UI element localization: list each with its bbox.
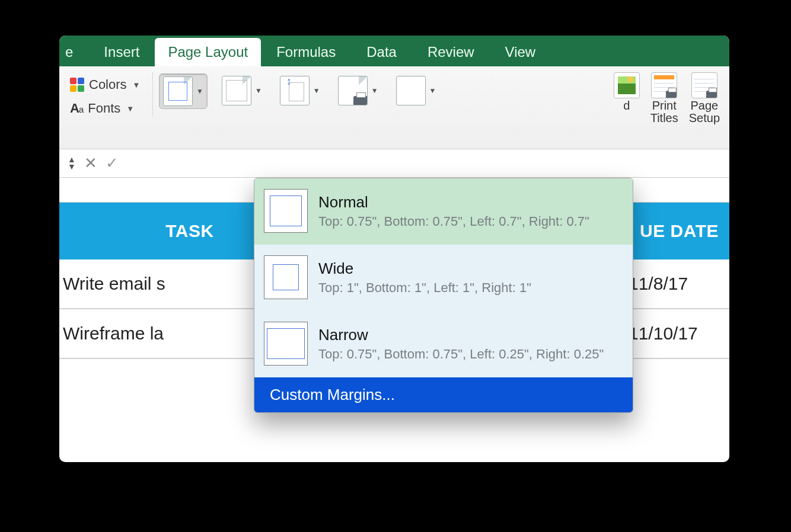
- colors-dropdown[interactable]: Colors ▼: [70, 77, 146, 92]
- ribbon-right-group: d Print Titles Page Setup: [614, 72, 720, 124]
- caret-down-icon: ▼: [68, 164, 76, 170]
- margins-normal-desc: Top: 0.75", Bottom: 0.75", Left: 0.7", R…: [318, 214, 589, 229]
- excel-window: e Insert Page Layout Formulas Data Revie…: [59, 36, 729, 462]
- margins-option-narrow[interactable]: Narrow Top: 0.75", Bottom: 0.75", Left: …: [254, 311, 633, 377]
- orientation-icon: [222, 76, 251, 105]
- margins-narrow-title: Narrow: [318, 326, 604, 344]
- margins-narrow-desc: Top: 0.75", Bottom: 0.75", Left: 0.25", …: [318, 347, 604, 362]
- colors-icon: [70, 78, 84, 92]
- print-area-icon: [338, 76, 368, 105]
- chevron-down-icon: ▼: [313, 86, 320, 95]
- fonts-label: Fonts: [88, 101, 120, 116]
- page-setup-label: Page Setup: [689, 100, 720, 124]
- margins-normal-title: Normal: [318, 193, 589, 211]
- enter-formula-icon[interactable]: ✓: [106, 154, 119, 172]
- page-setup-icon: [691, 72, 717, 98]
- background-button[interactable]: d: [614, 72, 640, 124]
- background-label-cut: d: [623, 100, 630, 112]
- print-titles-label: Print Titles: [650, 100, 678, 124]
- tab-home-partial[interactable]: e: [59, 38, 88, 66]
- chevron-down-icon: ▼: [126, 104, 134, 113]
- margins-wide-title: Wide: [318, 259, 531, 278]
- margins-narrow-icon: [264, 322, 308, 366]
- print-titles-icon: [651, 72, 677, 98]
- fonts-dropdown[interactable]: Aa Fonts ▼: [70, 101, 146, 116]
- tab-formulas[interactable]: Formulas: [261, 38, 351, 66]
- tab-page-layout[interactable]: Page Layout: [155, 38, 261, 66]
- margins-icon: [163, 76, 193, 106]
- margins-button[interactable]: ▼: [159, 73, 208, 109]
- page-setup-button[interactable]: Page Setup: [689, 72, 720, 124]
- print-area-button[interactable]: ▼: [334, 73, 382, 109]
- ribbon-tabs: e Insert Page Layout Formulas Data Revie…: [59, 36, 729, 66]
- margins-option-wide[interactable]: Wide Top: 1", Bottom: 1", Left: 1", Righ…: [254, 245, 633, 311]
- cancel-formula-icon[interactable]: ✕: [84, 154, 97, 172]
- themes-group: Colors ▼ Aa Fonts ▼: [70, 72, 153, 116]
- tab-insert[interactable]: Insert: [88, 38, 155, 66]
- breaks-button[interactable]: ▼: [393, 73, 440, 109]
- formula-bar: ▲ ▼ ✕ ✓: [59, 149, 729, 178]
- margins-option-normal[interactable]: Normal Top: 0.75", Bottom: 0.75", Left: …: [254, 178, 633, 245]
- picture-icon: [614, 72, 640, 98]
- margins-wide-icon: [264, 255, 308, 299]
- margins-dropdown-menu: Normal Top: 0.75", Bottom: 0.75", Left: …: [254, 178, 633, 413]
- margins-option-custom[interactable]: Custom Margins...: [254, 377, 633, 412]
- print-titles-button[interactable]: Print Titles: [650, 72, 678, 124]
- chevron-down-icon: ▼: [429, 86, 436, 95]
- tab-review[interactable]: Review: [412, 38, 490, 66]
- chevron-down-icon: ▼: [133, 81, 141, 89]
- orientation-button[interactable]: ▼: [218, 73, 266, 109]
- tab-view[interactable]: View: [490, 38, 551, 66]
- colors-label: Colors: [89, 77, 127, 92]
- breaks-icon: [396, 76, 426, 105]
- margins-wide-desc: Top: 1", Bottom: 1", Left: 1", Right: 1": [318, 280, 531, 296]
- page-setup-buttons: ▼ ▼ ▼ ▼: [159, 72, 439, 109]
- chevron-down-icon: ▼: [196, 87, 203, 95]
- size-button[interactable]: ▼: [276, 73, 324, 109]
- chevron-down-icon: ▼: [255, 86, 262, 95]
- size-icon: [280, 76, 310, 105]
- chevron-down-icon: ▼: [371, 86, 378, 95]
- tab-data[interactable]: Data: [351, 38, 412, 66]
- margins-normal-icon: [264, 189, 308, 233]
- fonts-icon: Aa: [70, 101, 83, 116]
- name-box-stepper[interactable]: ▲ ▼: [68, 156, 76, 169]
- ribbon: Colors ▼ Aa Fonts ▼ ▼ ▼: [59, 66, 729, 149]
